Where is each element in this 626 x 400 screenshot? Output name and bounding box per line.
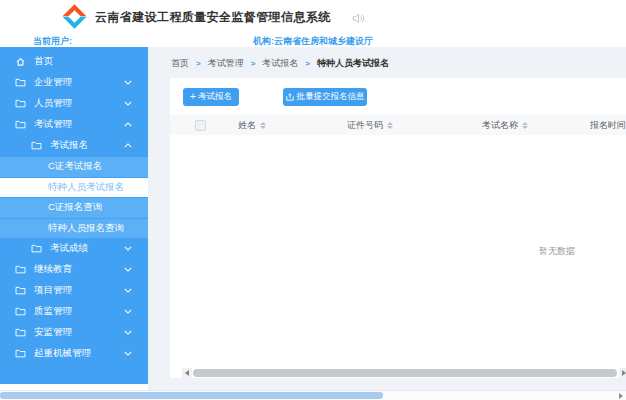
sidebar-item-home[interactable]: 首页 bbox=[0, 51, 148, 72]
sidebar-menu: 首页企业管理人员管理考试管理考试报名C证考试报名特种人员考试报名C证报名查询特种… bbox=[0, 47, 148, 384]
folder-icon bbox=[31, 243, 43, 255]
breadcrumb-separator: > bbox=[251, 59, 256, 68]
sidebar-item-label: 特种人员报名查询 bbox=[48, 222, 124, 235]
empty-data-text: 暂无数据 bbox=[526, 245, 588, 258]
sidebar-item-label: 起重机械管理 bbox=[34, 347, 91, 360]
app-logo-icon bbox=[61, 3, 88, 30]
sidebar-item-enterprise-mgmt[interactable]: 企业管理 bbox=[0, 72, 148, 93]
horizontal-scrollbar-thumb[interactable] bbox=[193, 369, 617, 377]
chevron-down-icon bbox=[124, 80, 132, 85]
app-title: 云南省建设工程质量安全监督管理信息系统 bbox=[95, 9, 331, 26]
select-all-cell bbox=[170, 120, 238, 131]
column-header-label: 证件号码 bbox=[347, 119, 383, 132]
sidebar-item-safety-supervision-mgmt[interactable]: 安监管理 bbox=[0, 322, 148, 343]
sidebar-item-c-cert-registration-query[interactable]: C证报名查询 bbox=[0, 198, 148, 218]
folder-icon bbox=[15, 306, 27, 318]
sidebar-item-label: 企业管理 bbox=[34, 76, 72, 89]
speaker-icon[interactable] bbox=[352, 10, 365, 21]
sidebar-item-exam-registration[interactable]: 考试报名 bbox=[0, 135, 148, 156]
sidebar-item-label: 人员管理 bbox=[34, 97, 72, 110]
chevron-down-icon bbox=[124, 267, 132, 272]
sidebar-item-label: 项目管理 bbox=[34, 284, 72, 297]
breadcrumb-item[interactable]: 首页 bbox=[171, 57, 189, 70]
sort-caret-icon[interactable] bbox=[387, 122, 393, 129]
breadcrumb: 首页>考试管理>考试报名>特种人员考试报名 bbox=[171, 57, 389, 70]
select-all-checkbox[interactable] bbox=[195, 120, 206, 131]
chevron-down-icon bbox=[124, 288, 132, 293]
column-header-name[interactable]: 姓名 bbox=[238, 119, 347, 132]
plus-icon: + bbox=[190, 92, 196, 102]
sidebar-item-continuing-education[interactable]: 继续教育 bbox=[0, 259, 148, 280]
breadcrumb-separator: > bbox=[305, 59, 310, 68]
sidebar-item-label: 考试管理 bbox=[34, 118, 72, 131]
column-header-id-number[interactable]: 证件号码 bbox=[347, 119, 482, 132]
upload-icon bbox=[286, 93, 294, 101]
column-header-label: 考试名称 bbox=[482, 119, 518, 132]
sidebar-item-label: C证报名查询 bbox=[48, 201, 102, 214]
sidebar-item-lifting-machinery-mgmt[interactable]: 起重机械管理 bbox=[0, 343, 148, 364]
page-scrollbar-thumb[interactable] bbox=[0, 392, 383, 399]
content-card: + 考试报名 批量提交报名信息 姓名证件号码考试名称报名时间 暂无数据 bbox=[170, 78, 626, 378]
breadcrumb-item[interactable]: 考试报名 bbox=[262, 57, 298, 70]
chevron-down-icon bbox=[124, 101, 132, 106]
home-icon bbox=[15, 56, 27, 68]
app-window: 云南省建设工程质量安全监督管理信息系统 当前用户: 机构:云南省住房和城乡建设厅… bbox=[0, 0, 626, 400]
scroll-left-arrow-icon[interactable] bbox=[182, 368, 192, 378]
folder-icon bbox=[15, 119, 27, 131]
chevron-down-icon bbox=[124, 351, 132, 356]
sidebar-item-project-mgmt[interactable]: 项目管理 bbox=[0, 280, 148, 301]
user-info-bar: 当前用户: 机构:云南省住房和城乡建设厅 bbox=[0, 33, 626, 47]
breadcrumb-separator: > bbox=[196, 59, 201, 68]
folder-icon bbox=[31, 140, 43, 152]
column-header-registration-time[interactable]: 报名时间 bbox=[590, 119, 626, 132]
sidebar-item-c-cert-exam-registration[interactable]: C证考试报名 bbox=[0, 157, 148, 177]
batch-submit-button[interactable]: 批量提交报名信息 bbox=[283, 88, 367, 106]
folder-icon bbox=[15, 98, 27, 110]
add-exam-registration-button[interactable]: + 考试报名 bbox=[183, 88, 239, 106]
folder-icon bbox=[15, 264, 27, 276]
scroll-right-arrow-icon[interactable] bbox=[619, 368, 626, 378]
table-horizontal-scrollbar bbox=[170, 368, 626, 378]
app-header: 云南省建设工程质量安全监督管理信息系统 bbox=[0, 0, 626, 33]
folder-icon bbox=[15, 327, 27, 339]
column-header-label: 姓名 bbox=[238, 119, 256, 132]
page-horizontal-scrollbar bbox=[0, 390, 626, 400]
sidebar-item-label: 继续教育 bbox=[34, 263, 72, 276]
column-header-label: 报名时间 bbox=[590, 119, 626, 132]
sidebar-item-special-personnel-exam-registration[interactable]: 特种人员考试报名 bbox=[0, 178, 148, 198]
chevron-down-icon bbox=[124, 309, 132, 314]
sidebar-item-label: C证考试报名 bbox=[48, 160, 102, 173]
folder-icon bbox=[15, 285, 27, 297]
batch-button-label: 批量提交报名信息 bbox=[297, 91, 365, 103]
sidebar-item-label: 特种人员考试报名 bbox=[48, 181, 124, 194]
sort-caret-icon[interactable] bbox=[522, 122, 528, 129]
sidebar-item-exam-results[interactable]: 考试成绩 bbox=[0, 238, 148, 259]
sidebar-item-label: 考试成绩 bbox=[50, 242, 88, 255]
sort-caret-icon[interactable] bbox=[260, 122, 266, 129]
chevron-down-icon bbox=[124, 330, 132, 335]
add-button-label: 考试报名 bbox=[198, 91, 232, 103]
sidebar-item-personnel-mgmt[interactable]: 人员管理 bbox=[0, 93, 148, 114]
sidebar-item-special-personnel-registration-query[interactable]: 特种人员报名查询 bbox=[0, 219, 148, 239]
sidebar-item-quality-supervision-mgmt[interactable]: 质监管理 bbox=[0, 301, 148, 322]
sidebar-item-label: 质监管理 bbox=[34, 305, 72, 318]
column-header-exam-name[interactable]: 考试名称 bbox=[482, 119, 590, 132]
sidebar-item-exam-mgmt[interactable]: 考试管理 bbox=[0, 114, 148, 135]
chevron-up-icon bbox=[124, 143, 132, 148]
folder-icon bbox=[15, 348, 27, 360]
breadcrumb-item: 特种人员考试报名 bbox=[317, 57, 389, 70]
folder-icon bbox=[15, 77, 27, 89]
page-scroll-right-arrow-icon[interactable] bbox=[619, 393, 623, 399]
sidebar-item-label: 安监管理 bbox=[34, 326, 72, 339]
chevron-down-icon bbox=[124, 246, 132, 251]
sidebar-item-label: 考试报名 bbox=[50, 139, 88, 152]
table-header-row: 姓名证件号码考试名称报名时间 bbox=[170, 115, 626, 135]
chevron-up-icon bbox=[124, 122, 132, 127]
sidebar-item-label: 首页 bbox=[34, 55, 53, 68]
breadcrumb-item[interactable]: 考试管理 bbox=[208, 57, 244, 70]
